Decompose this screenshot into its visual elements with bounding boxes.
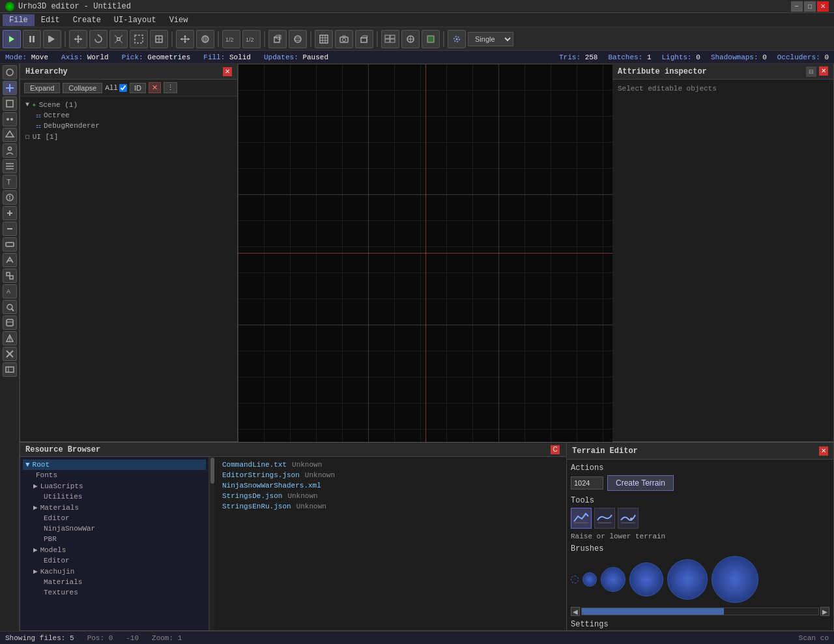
tree-item-root[interactable]: ▼Root [23,460,206,470]
brushes-scroll-track[interactable] [581,607,819,615]
sidebar-btn-3[interactable] [3,96,17,111]
sidebar-btn-1[interactable] [3,65,17,80]
tree-item-materials[interactable]: ▶Materials [23,502,206,513]
sidebar-btn-14[interactable] [3,269,17,283]
sidebar-btn-11[interactable] [3,222,17,236]
sphere-btn[interactable] [289,30,307,48]
sidebar-btn-18[interactable] [3,331,17,345]
brush-xlarge[interactable] [667,559,708,600]
tree-item-fonts[interactable]: Fonts [23,470,206,480]
brushes-scroll-left[interactable]: ◀ [571,607,580,616]
raise-lower-tool[interactable] [571,508,592,529]
sidebar-btn-5[interactable] [3,128,17,142]
tree-item-materials2[interactable]: Materials [23,577,206,587]
perspective-btn[interactable] [355,30,373,48]
brush-xxlarge[interactable] [712,556,758,603]
tree-item-editor2[interactable]: Editor [23,555,206,566]
brushes-scroll-right[interactable]: ▶ [820,607,829,616]
paint-tool[interactable] [618,508,639,529]
menu-edit[interactable]: Edit [35,14,66,26]
stop-button[interactable] [43,30,61,48]
move-button[interactable] [69,30,87,48]
sidebar-btn-17[interactable] [3,315,17,330]
all-checkbox[interactable] [119,84,127,92]
minimize-button[interactable]: − [791,1,803,12]
tree-item-editor[interactable]: Editor [23,513,206,523]
terrain-size-input[interactable] [571,476,603,490]
hierarchy-close-button[interactable]: ✕ [223,67,232,76]
sidebar-btn-4[interactable] [3,112,17,126]
camera-btn[interactable] [335,30,353,48]
view-btn3[interactable] [422,30,440,48]
tree-item-models[interactable]: ▶Models [23,544,206,555]
scale-button[interactable] [109,30,128,48]
expand-button[interactable]: Expand [24,83,60,93]
render-mode-dropdown[interactable]: Single Multi [468,32,513,46]
file-item-3[interactable]: StringsDe.json Unknown [220,491,561,501]
step2-btn[interactable]: 1/2 [242,30,261,48]
box-btn[interactable] [268,30,287,48]
world-rotate-btn[interactable] [196,30,214,48]
maximize-button[interactable]: □ [804,1,816,12]
create-terrain-button[interactable]: Create Terrain [607,475,674,491]
view-btn2[interactable] [401,30,420,48]
view-btn1[interactable] [381,30,399,48]
local-button[interactable] [150,30,168,48]
sidebar-btn-9[interactable] [3,190,17,205]
brush-medium[interactable] [601,567,626,592]
step-btn[interactable]: 1/2 [222,30,240,48]
menu-ui-layout[interactable]: UI-layout [108,14,163,26]
tree-item-pbr[interactable]: PBR [23,534,206,544]
sidebar-btn-13[interactable] [3,253,17,267]
menu-create[interactable]: Create [66,14,108,26]
menu-view[interactable]: View [163,14,195,26]
collapse-button[interactable]: Collapse [63,83,102,93]
brush-large[interactable] [629,563,663,596]
smooth-tool[interactable] [594,508,615,529]
sidebar-btn-2[interactable] [3,81,17,95]
sidebar-btn-15[interactable]: A [3,284,17,299]
scene-item[interactable]: ▼ ✦ Scene (1) [25,99,232,110]
close-button[interactable]: ✕ [817,1,829,12]
sidebar-btn-20[interactable] [3,362,17,377]
id-button[interactable]: ID [130,83,146,93]
file-item-4[interactable]: StringsEnRu.json Unknown [220,501,561,512]
tree-item-ninjasnowwar[interactable]: NinjaSnowWar [23,523,206,534]
brush-dotted[interactable]: · [571,576,579,583]
select-button[interactable] [130,30,148,48]
octree-item[interactable]: ⚏ Octree [36,110,232,121]
attribute-placeholder: Select editable objects [618,85,717,93]
tree-item-kachujin[interactable]: ▶Kachujin [23,566,206,577]
play-button[interactable] [3,30,21,48]
brush-small[interactable] [582,572,597,587]
file-item-2[interactable]: NinjaSnowWarShaders.xml [220,480,561,491]
tree-item-luascripts[interactable]: ▶LuaScripts [23,480,206,491]
world-move-btn[interactable] [176,30,194,48]
attribute-close-button[interactable]: ✕ [819,66,828,76]
sidebar-btn-6[interactable] [3,143,17,158]
sidebar-btn-19[interactable] [3,347,17,361]
terrain-editor-close-button[interactable]: ✕ [819,446,828,456]
file-item-1[interactable]: EditorStrings.json Unknown [220,470,561,480]
pause-button[interactable] [23,30,41,48]
tree-item-utilities[interactable]: Utilities [23,491,206,502]
sidebar-btn-12[interactable] [3,237,17,252]
viewport[interactable] [238,64,612,442]
resource-browser-close[interactable]: C [551,445,560,454]
grid-btn1[interactable] [315,30,333,48]
rotate-button[interactable] [89,30,108,48]
attribute-icon-btn-1[interactable]: ⊟ [806,66,816,77]
menu-file[interactable]: File [3,14,35,26]
hierarchy-settings-btn[interactable]: ⋮ [164,82,177,93]
file-item-0[interactable]: CommandLine.txt Unknown [220,460,561,470]
sidebar-btn-7[interactable] [3,159,17,173]
sidebar-btn-16[interactable] [3,300,17,314]
debug-renderer-item[interactable]: ⚏ DebugRenderer [36,121,232,131]
sidebar-btn-8[interactable]: T [3,175,17,189]
sidebar-btn-10[interactable] [3,206,17,220]
tree-item-textures[interactable]: Textures [23,587,206,598]
snap-btn[interactable] [448,30,466,48]
ui-item[interactable]: ◻ UI [1] [25,131,232,142]
clear-button[interactable]: ✕ [149,82,161,93]
tree-scrollbar[interactable] [209,457,214,630]
